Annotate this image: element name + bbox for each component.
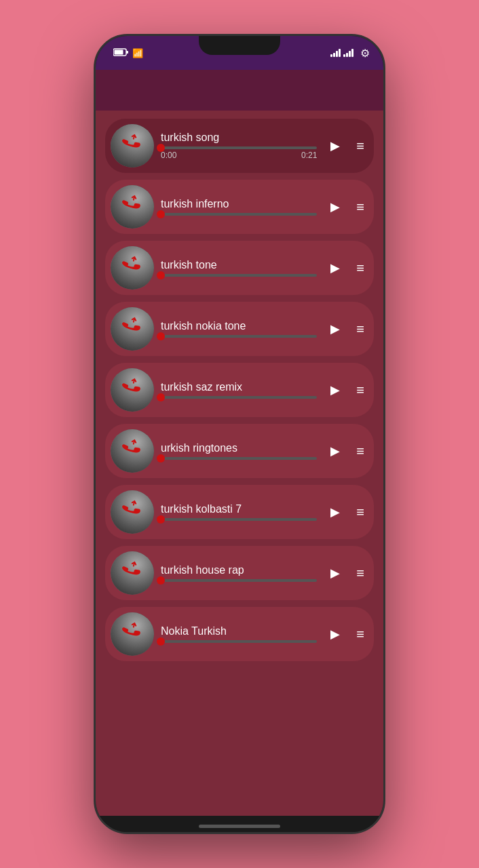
phone-icon	[117, 435, 147, 467]
menu-button[interactable]: ≡	[356, 627, 364, 642]
svg-rect-1	[115, 50, 123, 54]
play-button[interactable]: ▶	[324, 256, 347, 279]
progress-dot	[157, 144, 165, 152]
phone-icon	[117, 130, 147, 161]
ringtone-thumbnail	[111, 368, 154, 412]
play-button[interactable]: ▶	[324, 378, 347, 401]
list-item[interactable]: turkish inferno▶≡	[105, 180, 374, 234]
menu-button[interactable]: ≡	[356, 199, 364, 215]
play-button[interactable]: ▶	[324, 195, 347, 218]
progress-dot	[157, 637, 165, 646]
ringtone-controls: ▶≡	[324, 195, 364, 218]
ringtone-name: Nokia Turkish	[161, 625, 317, 637]
ringtone-name: turkish kolbasti 7	[161, 503, 317, 515]
progress-dot	[157, 454, 165, 462]
play-button[interactable]: ▶	[324, 500, 347, 524]
phone-icon	[117, 191, 147, 222]
list-item[interactable]: Nokia Turkish▶≡	[105, 607, 374, 661]
ringtone-thumbnail	[111, 612, 154, 656]
progress-track[interactable]	[161, 579, 317, 582]
progress-container[interactable]	[161, 274, 317, 277]
phone-icon	[117, 313, 147, 344]
menu-button[interactable]: ≡	[356, 505, 364, 520]
ringtone-thumbnail	[111, 307, 154, 351]
ringtone-thumbnail	[111, 490, 154, 534]
ringtone-info: turkish saz remix	[161, 381, 317, 399]
time-total: 0:21	[301, 151, 317, 160]
ringtone-name: turkish house rap	[161, 564, 317, 576]
progress-dot	[157, 515, 165, 524]
status-right: ⚙	[330, 47, 370, 60]
ringtone-controls: ▶≡	[324, 134, 364, 157]
list-item[interactable]: turkish nokia tone▶≡	[105, 302, 374, 356]
camera-notch	[199, 36, 280, 55]
progress-track[interactable]	[161, 213, 317, 216]
progress-container[interactable]	[161, 335, 317, 338]
progress-container[interactable]	[161, 579, 317, 582]
menu-button[interactable]: ≡	[356, 260, 364, 276]
list-item[interactable]: turkish house rap▶≡	[105, 546, 374, 600]
ringtone-controls: ▶≡	[324, 378, 364, 401]
progress-track[interactable]	[161, 457, 317, 460]
phone-wrapper: 📶 ⚙	[0, 0, 479, 868]
signal-bars-1	[330, 49, 341, 57]
phone-icon	[117, 618, 147, 650]
progress-track[interactable]	[161, 640, 317, 643]
list-item[interactable]: turkish song0:000:21▶≡	[105, 119, 374, 173]
ringtone-info: turkish nokia tone	[161, 320, 317, 338]
home-indicator	[199, 825, 280, 828]
ringtone-controls: ▶≡	[324, 561, 364, 585]
progress-track[interactable]	[161, 335, 317, 338]
phone-icon	[117, 557, 147, 589]
list-item[interactable]: turkish kolbasti 7▶≡	[105, 485, 374, 539]
bottom-bar	[96, 816, 383, 834]
wifi-icon: 📶	[132, 48, 143, 58]
progress-container[interactable]	[161, 396, 317, 399]
ringtone-name: turkish tone	[161, 259, 317, 271]
ringtone-controls: ▶≡	[324, 439, 364, 462]
progress-container[interactable]	[161, 457, 317, 460]
menu-button[interactable]: ≡	[356, 382, 364, 398]
ringtone-name: turkish song	[161, 132, 317, 144]
ringtone-info: turkish house rap	[161, 564, 317, 582]
ringtone-controls: ▶≡	[324, 256, 364, 279]
ringtone-list: turkish song0:000:21▶≡ turkish inferno▶≡…	[96, 111, 383, 816]
progress-track[interactable]	[161, 396, 317, 399]
list-item[interactable]: turkish tone▶≡	[105, 241, 374, 295]
status-left: 📶	[109, 48, 143, 58]
progress-container[interactable]	[161, 213, 317, 216]
ringtone-name: turkish saz remix	[161, 381, 317, 393]
menu-button[interactable]: ≡	[356, 138, 364, 154]
progress-track[interactable]	[161, 274, 317, 277]
menu-button[interactable]: ≡	[356, 443, 364, 459]
time-labels: 0:000:21	[161, 151, 317, 160]
play-button[interactable]: ▶	[324, 134, 347, 157]
battery-icon	[113, 48, 128, 58]
ringtone-info: urkish ringtones	[161, 442, 317, 460]
ringtone-info: turkish song0:000:21	[161, 132, 317, 160]
menu-button[interactable]: ≡	[356, 321, 364, 337]
ringtone-thumbnail	[111, 551, 154, 595]
time-current: 0:00	[161, 151, 176, 160]
signal-bars-2	[343, 49, 353, 57]
progress-container[interactable]: 0:000:21	[161, 146, 317, 160]
ringtone-thumbnail	[111, 124, 154, 167]
phone-icon	[117, 496, 147, 528]
play-button[interactable]: ▶	[324, 623, 347, 646]
ringtone-info: turkish inferno	[161, 198, 317, 216]
list-item[interactable]: turkish saz remix▶≡	[105, 363, 374, 417]
progress-track[interactable]	[161, 146, 317, 149]
play-button[interactable]: ▶	[324, 561, 347, 585]
phone-icon	[117, 374, 147, 406]
ringtone-info: turkish kolbasti 7	[161, 503, 317, 521]
progress-container[interactable]	[161, 518, 317, 521]
ringtone-info: Nokia Turkish	[161, 625, 317, 643]
ringtone-controls: ▶≡	[324, 500, 364, 524]
list-item[interactable]: urkish ringtones▶≡	[105, 424, 374, 478]
progress-dot	[157, 393, 165, 401]
play-button[interactable]: ▶	[324, 317, 347, 340]
progress-container[interactable]	[161, 640, 317, 643]
play-button[interactable]: ▶	[324, 439, 347, 462]
progress-track[interactable]	[161, 518, 317, 521]
menu-button[interactable]: ≡	[356, 566, 364, 581]
